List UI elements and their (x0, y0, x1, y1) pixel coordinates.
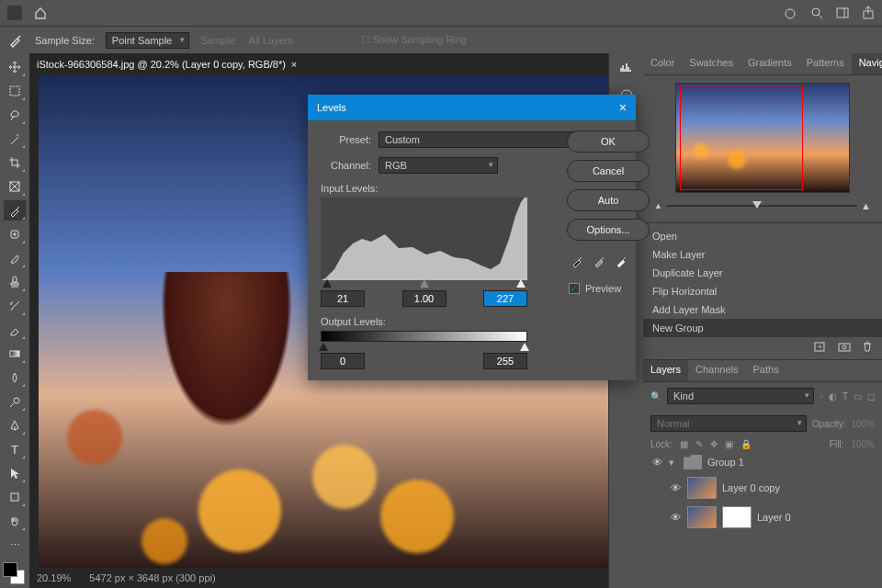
tab-navigator[interactable]: Navigator (852, 53, 882, 74)
document-tab[interactable]: iStock-966306584.jpg @ 20.2% (Layer 0 co… (29, 55, 304, 74)
lock-paint-icon[interactable]: ✎ (695, 439, 703, 449)
shape-tool[interactable] (4, 487, 26, 507)
layer-name[interactable]: Layer 0 copy (722, 482, 780, 493)
output-black-field[interactable] (321, 353, 365, 369)
lasso-tool[interactable] (4, 105, 26, 125)
opacity-value[interactable]: 100% (851, 419, 875, 429)
navigator-zoom-slider[interactable] (666, 205, 857, 207)
brush-tool[interactable] (4, 248, 26, 268)
filter-adjust-icon[interactable]: ◐ (829, 391, 837, 401)
layer-thumbnail[interactable] (687, 506, 717, 528)
black-eyedropper-icon[interactable] (571, 254, 585, 268)
frame-tool[interactable] (4, 176, 26, 197)
search-icon[interactable] (810, 6, 823, 19)
white-point-slider[interactable] (516, 279, 526, 288)
fill-value[interactable]: 100% (851, 439, 875, 449)
lock-all-icon[interactable]: 🔒 (741, 439, 752, 449)
gradient-tool[interactable] (4, 344, 26, 364)
zoom-out-icon[interactable]: ▲ (654, 201, 662, 210)
close-tab-icon[interactable]: × (291, 59, 297, 70)
histogram-panel-icon[interactable] (618, 61, 635, 74)
tab-channels[interactable]: Channels (688, 360, 745, 381)
marquee-tool[interactable] (4, 81, 26, 101)
layer-mask-thumbnail[interactable] (722, 506, 752, 528)
path-select-tool[interactable] (4, 463, 26, 483)
new-snapshot-icon[interactable] (838, 341, 851, 352)
color-swatches[interactable] (3, 562, 27, 586)
dodge-tool[interactable] (4, 391, 26, 412)
input-black-field[interactable] (321, 290, 365, 307)
output-gradient[interactable] (321, 331, 527, 342)
auto-button[interactable]: Auto (567, 189, 650, 211)
history-item[interactable]: Flip Horizontal (643, 282, 882, 300)
white-eyedropper-icon[interactable] (615, 254, 629, 268)
history-item[interactable]: Add Layer Mask (643, 300, 882, 319)
filter-smart-icon[interactable]: ◻ (867, 391, 875, 401)
history-item[interactable]: Duplicate Layer (643, 264, 882, 282)
filter-pixel-icon[interactable]: ▫ (820, 391, 823, 401)
eraser-tool[interactable] (4, 320, 26, 340)
history-item[interactable]: New Group (643, 319, 882, 337)
folder-toggle[interactable]: ▾ (669, 457, 678, 469)
gamma-slider[interactable] (420, 279, 429, 288)
filter-type-icon[interactable]: T (842, 391, 848, 401)
filter-kind-dropdown[interactable]: Kind (667, 388, 814, 404)
visibility-toggle[interactable]: 👁 (669, 482, 682, 493)
navigator-viewport[interactable] (680, 85, 803, 190)
sample-size-dropdown[interactable]: Point Sample (106, 32, 189, 49)
input-gamma-field[interactable] (402, 290, 447, 307)
navigator-thumbnail[interactable] (675, 83, 850, 193)
tab-patterns[interactable]: Patterns (799, 53, 852, 74)
output-black-slider[interactable] (319, 343, 328, 351)
history-item[interactable]: Make Layer (643, 245, 882, 264)
gray-eyedropper-icon[interactable] (593, 254, 607, 268)
tab-layers[interactable]: Layers (643, 360, 688, 381)
lock-artboard-icon[interactable]: ▣ (725, 439, 733, 449)
history-brush-tool[interactable] (4, 296, 26, 316)
tab-gradients[interactable]: Gradients (741, 53, 799, 74)
zoom-value[interactable]: 20.19% (37, 572, 71, 583)
tab-swatches[interactable]: Swatches (682, 53, 741, 74)
move-tool[interactable] (4, 57, 26, 77)
input-white-field[interactable] (483, 290, 527, 307)
filter-kind-icon[interactable]: 🔍 (650, 391, 662, 401)
ps-logo-icon[interactable] (7, 6, 22, 20)
black-point-slider[interactable] (322, 279, 332, 288)
layer-row[interactable]: 👁 Layer 0 (643, 503, 882, 532)
zoom-in-icon[interactable]: ▲ (861, 200, 871, 211)
close-icon[interactable]: × (619, 100, 627, 115)
layer-name[interactable]: Group 1 (707, 457, 744, 468)
channel-dropdown[interactable]: RGB (379, 157, 498, 174)
share-icon[interactable] (862, 6, 875, 19)
type-tool[interactable]: T (4, 439, 26, 459)
lock-pos-icon[interactable]: ✥ (710, 439, 718, 449)
blur-tool[interactable] (4, 368, 26, 388)
more-tools[interactable]: ⋯ (4, 535, 26, 555)
tab-color[interactable]: Color (643, 53, 682, 74)
cancel-button[interactable]: Cancel (567, 160, 650, 182)
input-sliders[interactable] (321, 279, 527, 290)
lock-trans-icon[interactable]: ▦ (680, 439, 688, 449)
output-white-field[interactable] (483, 353, 527, 369)
visibility-toggle[interactable]: 👁 (669, 512, 682, 523)
history-item[interactable]: Open (643, 227, 882, 245)
wand-tool[interactable] (4, 129, 26, 149)
ok-button[interactable]: OK (567, 130, 650, 153)
stamp-tool[interactable] (4, 272, 26, 292)
layer-name[interactable]: Layer 0 (757, 512, 791, 523)
preview-checkbox[interactable]: ✓ (569, 283, 580, 294)
eyedropper-tool[interactable] (4, 200, 26, 220)
filter-shape-icon[interactable]: ▭ (854, 391, 862, 401)
pen-tool[interactable] (4, 415, 26, 435)
output-white-slider[interactable] (520, 343, 529, 351)
new-doc-from-state-icon[interactable]: + (814, 341, 827, 352)
home-icon[interactable] (33, 6, 48, 20)
options-button[interactable]: Options... (567, 219, 650, 241)
workspace-icon[interactable] (836, 6, 849, 19)
crop-tool[interactable] (4, 153, 26, 173)
tab-paths[interactable]: Paths (746, 360, 786, 381)
heal-tool[interactable] (4, 224, 26, 244)
layer-thumbnail[interactable] (687, 477, 717, 499)
layer-row[interactable]: 👁 Layer 0 copy (643, 473, 882, 503)
cloud-icon[interactable] (783, 6, 797, 19)
